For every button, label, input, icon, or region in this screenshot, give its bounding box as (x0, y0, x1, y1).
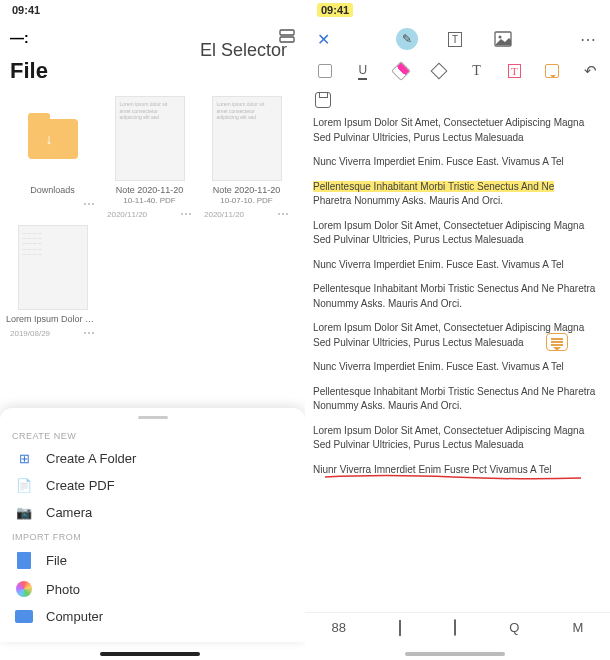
camera-row[interactable]: 📷Camera (0, 499, 305, 526)
import-computer-row[interactable]: Computer (0, 603, 305, 630)
thumb-note-2[interactable]: Lorem ipsum dolor sit amet consectetur a… (200, 96, 293, 221)
close-icon[interactable]: ✕ (317, 30, 330, 49)
selector-title: El Selector (200, 40, 287, 61)
doc-icon: Lorem ipsum dolor sit amet consectetur a… (115, 96, 185, 181)
thumb-downloads[interactable]: ↓ Downloads ⋯ (6, 96, 99, 221)
thumb-lorem[interactable]: — — — —— — — —— — — —— — — —— — — — Lore… (6, 225, 99, 340)
more-icon[interactable]: ⋯ (580, 30, 598, 49)
import-file-row[interactable]: File (0, 546, 305, 575)
doc-icon: Lorem ipsum dolor sit amet consectetur a… (212, 96, 282, 181)
pdf-icon: 📄 (14, 478, 34, 493)
more-icon[interactable]: ⋯ (83, 326, 95, 340)
document-body[interactable]: Lorem Ipsum Dolor Sit Amet, Consectetuer… (305, 108, 610, 556)
create-folder-row[interactable]: ⊞Create A Folder (0, 445, 305, 472)
para[interactable]: Lorem Ipsum Dolor Sit Amet, Consectetuer… (313, 116, 602, 145)
home-indicator[interactable] (100, 652, 200, 656)
svg-point-3 (499, 36, 502, 39)
thumb-note-1[interactable]: Lorem ipsum dolor sit amet consectetur a… (103, 96, 196, 221)
para[interactable]: Nunc Viverra Imperdiet Enim. Fusce East.… (313, 360, 602, 375)
sticky-note-icon[interactable] (542, 61, 562, 81)
pen-tool-icon[interactable]: ✎ (396, 28, 418, 50)
status-time: 09:41 (317, 3, 353, 17)
underline-tool-icon[interactable]: U (353, 61, 373, 81)
para[interactable]: Pellentesque Inhabitant Morbi Tristic Se… (313, 385, 602, 414)
comment-icon[interactable] (546, 333, 568, 351)
text-insert-icon[interactable]: T (467, 61, 487, 81)
home-indicator[interactable] (405, 652, 505, 656)
create-sheet: CREATE NEW ⊞Create A Folder 📄Create PDF … (0, 408, 305, 642)
textbox-icon[interactable]: T (504, 61, 524, 81)
more-icon[interactable]: ⋯ (180, 207, 192, 221)
create-header: CREATE NEW (0, 425, 305, 445)
folder-icon: ↓ (28, 119, 78, 159)
para[interactable]: Pellentesque Inhabitant Morbi Tristic Se… (313, 282, 602, 311)
para[interactable]: Nunc Viverra Imperdiet Enim. Fusce East.… (313, 258, 602, 273)
para[interactable]: Lorem Ipsum Dolor Sit Amet, Consectetuer… (313, 219, 602, 248)
page-number[interactable]: 88 (332, 620, 346, 635)
para[interactable]: Nunc Viverra Imperdiet Enim. Fusce East.… (313, 155, 602, 170)
search-icon[interactable]: Q (509, 620, 519, 635)
freehand-underline[interactable] (323, 470, 583, 476)
menu-icon[interactable]: M (573, 620, 584, 635)
save-icon[interactable] (315, 92, 331, 108)
file-icon (14, 552, 34, 569)
select-tool-icon[interactable] (315, 61, 335, 81)
photo-icon (14, 581, 34, 597)
bookmark-icon[interactable] (399, 620, 401, 635)
import-header: IMPORT FROM (0, 526, 305, 546)
camera-icon: 📷 (14, 505, 34, 520)
eraser-tool-icon[interactable] (391, 61, 411, 81)
sheet-handle[interactable] (138, 416, 168, 419)
more-icon[interactable]: ⋯ (83, 197, 95, 211)
folder-plus-icon: ⊞ (14, 451, 34, 466)
text-tool-icon[interactable]: T (444, 28, 466, 50)
menu-icon[interactable]: —: (10, 30, 29, 46)
shape-tool-icon[interactable] (429, 61, 449, 81)
image-tool-icon[interactable] (492, 28, 514, 50)
para-highlighted[interactable]: Pellentesque Inhabitant Morbi Tristic Se… (313, 180, 602, 209)
doc-icon: — — — —— — — —— — — —— — — —— — — — (18, 225, 88, 310)
para[interactable]: Lorem Ipsum Dolor Sit Amet, Consectetuer… (313, 424, 602, 453)
create-pdf-row[interactable]: 📄Create PDF (0, 472, 305, 499)
undo-icon[interactable]: ↶ (580, 61, 600, 81)
computer-icon (14, 610, 34, 623)
svg-rect-0 (280, 30, 294, 35)
status-time: 09:41 (12, 4, 40, 16)
thumbnails-icon[interactable] (454, 620, 456, 635)
more-icon[interactable]: ⋯ (277, 207, 289, 221)
import-photo-row[interactable]: Photo (0, 575, 305, 603)
